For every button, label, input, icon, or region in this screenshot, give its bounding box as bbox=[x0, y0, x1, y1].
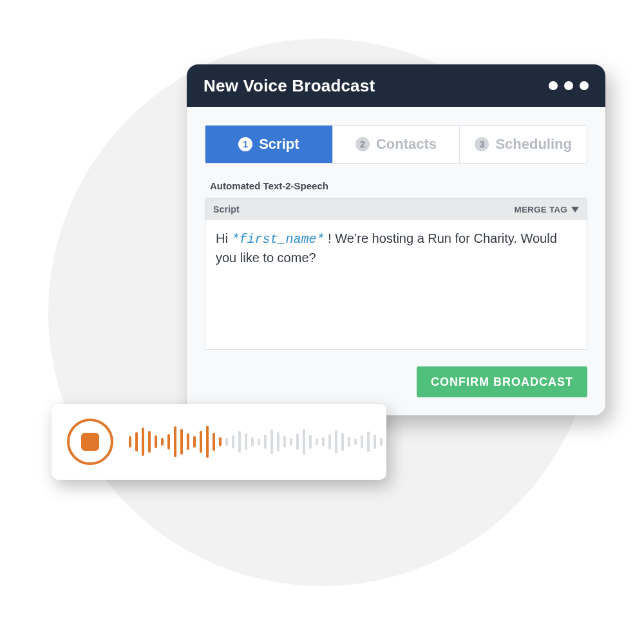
waveform-bar bbox=[354, 439, 357, 445]
waveform-bar bbox=[148, 431, 151, 453]
waveform-bar bbox=[135, 432, 138, 451]
editor-toolbar: Script MERGE TAG bbox=[205, 198, 587, 220]
merge-variable: *first_name* bbox=[231, 232, 324, 247]
step-number-badge: 2 bbox=[355, 137, 370, 151]
tab-label: Contacts bbox=[376, 136, 437, 153]
window-title: New Voice Broadcast bbox=[204, 76, 375, 96]
recording-card bbox=[52, 404, 386, 480]
tab-contacts[interactable]: 2 Contacts bbox=[333, 126, 460, 163]
step-number-badge: 1 bbox=[238, 137, 252, 151]
broadcast-window: New Voice Broadcast 1 Script 2 Contacts … bbox=[187, 64, 605, 415]
section-label: Automated Text-2-Speech bbox=[210, 180, 587, 191]
caret-down-icon bbox=[571, 207, 579, 213]
waveform-bar bbox=[309, 435, 312, 449]
waveform-bar bbox=[200, 431, 202, 453]
waveform[interactable] bbox=[129, 419, 383, 464]
tab-label: Scheduling bbox=[495, 136, 572, 153]
window-titlebar: New Voice Broadcast bbox=[187, 64, 605, 107]
step-tabs: 1 Script 2 Contacts 3 Scheduling bbox=[205, 125, 587, 164]
waveform-bar bbox=[367, 431, 370, 452]
window-body: 1 Script 2 Contacts 3 Scheduling Automat… bbox=[187, 107, 605, 415]
waveform-bar bbox=[258, 439, 260, 445]
waveform-bar bbox=[213, 433, 215, 451]
waveform-bar bbox=[219, 437, 222, 446]
action-row: CONFIRM BROADCAST bbox=[205, 366, 587, 397]
waveform-bar bbox=[335, 430, 337, 453]
waveform-bar bbox=[277, 432, 279, 451]
waveform-bar bbox=[283, 436, 286, 448]
waveform-bar bbox=[290, 438, 292, 446]
script-textarea[interactable]: Hi *first_name* ! We’re hosting a Run fo… bbox=[205, 220, 587, 349]
merge-tag-dropdown[interactable]: MERGE TAG bbox=[514, 205, 579, 214]
step-number-badge: 3 bbox=[475, 137, 489, 151]
waveform-bar bbox=[167, 434, 170, 450]
waveform-bar bbox=[129, 436, 131, 448]
waveform-bar bbox=[322, 437, 325, 446]
waveform-bar bbox=[193, 436, 196, 448]
waveform-bar bbox=[238, 431, 241, 453]
waveform-bar bbox=[174, 426, 176, 457]
waveform-bar bbox=[361, 435, 363, 448]
waveform-bar bbox=[180, 429, 183, 455]
waveform-bar bbox=[374, 435, 376, 449]
waveform-bar bbox=[142, 428, 144, 456]
merge-tag-label: MERGE TAG bbox=[514, 205, 567, 214]
waveform-bar bbox=[245, 433, 247, 450]
waveform-bar bbox=[328, 434, 331, 450]
waveform-bar bbox=[380, 438, 383, 446]
waveform-bar bbox=[251, 437, 254, 446]
waveform-bar bbox=[206, 426, 209, 458]
confirm-broadcast-button[interactable]: CONFIRM BROADCAST bbox=[417, 366, 587, 397]
waveform-bar bbox=[232, 435, 234, 448]
tab-label: Script bbox=[259, 136, 299, 153]
waveform-bar bbox=[187, 433, 189, 450]
waveform-bar bbox=[155, 435, 157, 448]
waveform-bar bbox=[348, 437, 350, 447]
stop-icon bbox=[81, 433, 99, 451]
window-controls bbox=[549, 81, 589, 90]
script-text: Hi bbox=[216, 231, 231, 245]
stop-record-button[interactable] bbox=[67, 419, 113, 465]
waveform-bar bbox=[316, 439, 318, 445]
window-dot-icon[interactable] bbox=[549, 81, 558, 90]
waveform-bar bbox=[225, 438, 228, 446]
waveform-bar bbox=[270, 430, 273, 454]
window-dot-icon[interactable] bbox=[564, 81, 573, 90]
tab-script[interactable]: 1 Script bbox=[205, 126, 333, 163]
waveform-bar bbox=[264, 435, 267, 449]
editor-toolbar-title: Script bbox=[213, 204, 240, 214]
script-editor: Script MERGE TAG Hi *first_name* ! We’re… bbox=[205, 198, 587, 350]
tab-scheduling[interactable]: 3 Scheduling bbox=[460, 126, 587, 163]
waveform-bar bbox=[296, 433, 299, 450]
waveform-bar bbox=[161, 438, 164, 446]
waveform-bar bbox=[303, 429, 305, 455]
waveform-bar bbox=[341, 433, 344, 451]
window-dot-icon[interactable] bbox=[580, 81, 589, 90]
